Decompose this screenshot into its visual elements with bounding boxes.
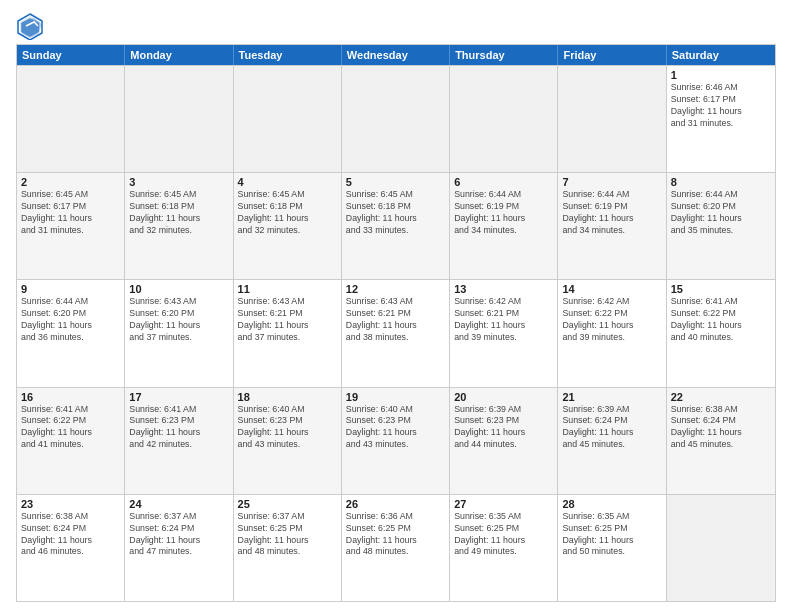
day-info: Sunrise: 6:44 AM Sunset: 6:19 PM Dayligh… [454,189,553,237]
weekday-header: Friday [558,45,666,65]
weekday-header: Wednesday [342,45,450,65]
calendar-row: 2Sunrise: 6:45 AM Sunset: 6:17 PM Daylig… [17,172,775,279]
day-info: Sunrise: 6:39 AM Sunset: 6:24 PM Dayligh… [562,404,661,452]
day-info: Sunrise: 6:38 AM Sunset: 6:24 PM Dayligh… [21,511,120,559]
day-info: Sunrise: 6:41 AM Sunset: 6:22 PM Dayligh… [671,296,771,344]
weekday-header: Thursday [450,45,558,65]
page: SundayMondayTuesdayWednesdayThursdayFrid… [0,0,792,612]
day-number: 23 [21,498,120,510]
day-info: Sunrise: 6:41 AM Sunset: 6:22 PM Dayligh… [21,404,120,452]
calendar-cell: 17Sunrise: 6:41 AM Sunset: 6:23 PM Dayli… [125,388,233,494]
day-number: 6 [454,176,553,188]
day-number: 16 [21,391,120,403]
calendar-cell [234,66,342,172]
calendar-cell: 8Sunrise: 6:44 AM Sunset: 6:20 PM Daylig… [667,173,775,279]
day-number: 26 [346,498,445,510]
day-info: Sunrise: 6:45 AM Sunset: 6:17 PM Dayligh… [21,189,120,237]
calendar-cell: 1Sunrise: 6:46 AM Sunset: 6:17 PM Daylig… [667,66,775,172]
weekday-header: Monday [125,45,233,65]
day-number: 7 [562,176,661,188]
calendar-cell: 5Sunrise: 6:45 AM Sunset: 6:18 PM Daylig… [342,173,450,279]
day-number: 19 [346,391,445,403]
calendar-cell: 21Sunrise: 6:39 AM Sunset: 6:24 PM Dayli… [558,388,666,494]
calendar-cell: 16Sunrise: 6:41 AM Sunset: 6:22 PM Dayli… [17,388,125,494]
calendar-cell [342,66,450,172]
calendar-cell: 14Sunrise: 6:42 AM Sunset: 6:22 PM Dayli… [558,280,666,386]
day-info: Sunrise: 6:45 AM Sunset: 6:18 PM Dayligh… [238,189,337,237]
calendar-body: 1Sunrise: 6:46 AM Sunset: 6:17 PM Daylig… [17,65,775,601]
day-number: 8 [671,176,771,188]
logo-icon [16,12,44,40]
day-info: Sunrise: 6:45 AM Sunset: 6:18 PM Dayligh… [129,189,228,237]
day-number: 18 [238,391,337,403]
header [16,12,776,40]
day-number: 20 [454,391,553,403]
day-info: Sunrise: 6:39 AM Sunset: 6:23 PM Dayligh… [454,404,553,452]
calendar-cell: 19Sunrise: 6:40 AM Sunset: 6:23 PM Dayli… [342,388,450,494]
day-number: 27 [454,498,553,510]
day-info: Sunrise: 6:37 AM Sunset: 6:24 PM Dayligh… [129,511,228,559]
weekday-header: Tuesday [234,45,342,65]
calendar-cell: 4Sunrise: 6:45 AM Sunset: 6:18 PM Daylig… [234,173,342,279]
calendar-cell: 10Sunrise: 6:43 AM Sunset: 6:20 PM Dayli… [125,280,233,386]
day-info: Sunrise: 6:44 AM Sunset: 6:20 PM Dayligh… [671,189,771,237]
calendar-cell: 22Sunrise: 6:38 AM Sunset: 6:24 PM Dayli… [667,388,775,494]
calendar-cell: 20Sunrise: 6:39 AM Sunset: 6:23 PM Dayli… [450,388,558,494]
calendar-cell: 23Sunrise: 6:38 AM Sunset: 6:24 PM Dayli… [17,495,125,601]
day-number: 17 [129,391,228,403]
day-number: 14 [562,283,661,295]
day-info: Sunrise: 6:35 AM Sunset: 6:25 PM Dayligh… [454,511,553,559]
day-number: 12 [346,283,445,295]
calendar-cell: 7Sunrise: 6:44 AM Sunset: 6:19 PM Daylig… [558,173,666,279]
calendar-cell: 15Sunrise: 6:41 AM Sunset: 6:22 PM Dayli… [667,280,775,386]
calendar-row: 16Sunrise: 6:41 AM Sunset: 6:22 PM Dayli… [17,387,775,494]
calendar-cell: 26Sunrise: 6:36 AM Sunset: 6:25 PM Dayli… [342,495,450,601]
calendar-cell: 13Sunrise: 6:42 AM Sunset: 6:21 PM Dayli… [450,280,558,386]
day-number: 9 [21,283,120,295]
day-number: 13 [454,283,553,295]
weekday-header: Saturday [667,45,775,65]
day-info: Sunrise: 6:43 AM Sunset: 6:21 PM Dayligh… [346,296,445,344]
day-number: 3 [129,176,228,188]
day-info: Sunrise: 6:42 AM Sunset: 6:21 PM Dayligh… [454,296,553,344]
day-number: 1 [671,69,771,81]
calendar-cell: 9Sunrise: 6:44 AM Sunset: 6:20 PM Daylig… [17,280,125,386]
calendar-cell [450,66,558,172]
calendar-cell [558,66,666,172]
day-info: Sunrise: 6:42 AM Sunset: 6:22 PM Dayligh… [562,296,661,344]
day-number: 4 [238,176,337,188]
day-number: 25 [238,498,337,510]
day-info: Sunrise: 6:44 AM Sunset: 6:19 PM Dayligh… [562,189,661,237]
day-info: Sunrise: 6:45 AM Sunset: 6:18 PM Dayligh… [346,189,445,237]
day-number: 28 [562,498,661,510]
day-info: Sunrise: 6:36 AM Sunset: 6:25 PM Dayligh… [346,511,445,559]
logo [16,12,48,40]
calendar-cell: 25Sunrise: 6:37 AM Sunset: 6:25 PM Dayli… [234,495,342,601]
day-info: Sunrise: 6:44 AM Sunset: 6:20 PM Dayligh… [21,296,120,344]
day-info: Sunrise: 6:43 AM Sunset: 6:20 PM Dayligh… [129,296,228,344]
day-info: Sunrise: 6:43 AM Sunset: 6:21 PM Dayligh… [238,296,337,344]
calendar-cell: 18Sunrise: 6:40 AM Sunset: 6:23 PM Dayli… [234,388,342,494]
calendar-cell: 2Sunrise: 6:45 AM Sunset: 6:17 PM Daylig… [17,173,125,279]
weekday-header: Sunday [17,45,125,65]
calendar-cell: 28Sunrise: 6:35 AM Sunset: 6:25 PM Dayli… [558,495,666,601]
day-number: 21 [562,391,661,403]
calendar-cell: 12Sunrise: 6:43 AM Sunset: 6:21 PM Dayli… [342,280,450,386]
day-number: 24 [129,498,228,510]
day-info: Sunrise: 6:46 AM Sunset: 6:17 PM Dayligh… [671,82,771,130]
calendar: SundayMondayTuesdayWednesdayThursdayFrid… [16,44,776,602]
day-info: Sunrise: 6:41 AM Sunset: 6:23 PM Dayligh… [129,404,228,452]
calendar-cell: 3Sunrise: 6:45 AM Sunset: 6:18 PM Daylig… [125,173,233,279]
calendar-cell [17,66,125,172]
day-info: Sunrise: 6:35 AM Sunset: 6:25 PM Dayligh… [562,511,661,559]
calendar-cell: 11Sunrise: 6:43 AM Sunset: 6:21 PM Dayli… [234,280,342,386]
day-info: Sunrise: 6:38 AM Sunset: 6:24 PM Dayligh… [671,404,771,452]
calendar-row: 1Sunrise: 6:46 AM Sunset: 6:17 PM Daylig… [17,65,775,172]
day-number: 22 [671,391,771,403]
calendar-row: 9Sunrise: 6:44 AM Sunset: 6:20 PM Daylig… [17,279,775,386]
calendar-cell [667,495,775,601]
day-number: 10 [129,283,228,295]
calendar-cell [125,66,233,172]
day-info: Sunrise: 6:40 AM Sunset: 6:23 PM Dayligh… [238,404,337,452]
calendar-cell: 6Sunrise: 6:44 AM Sunset: 6:19 PM Daylig… [450,173,558,279]
